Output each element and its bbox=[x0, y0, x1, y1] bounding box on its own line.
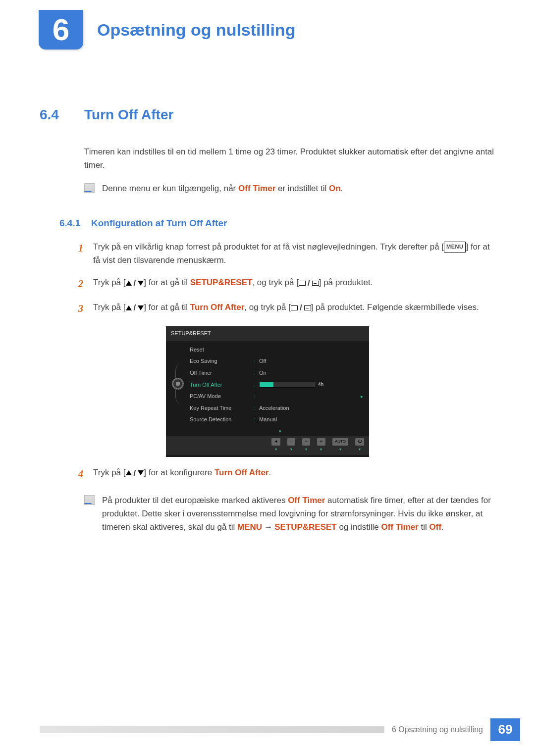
osd-row-label: Turn Off After bbox=[190, 381, 254, 390]
note-icon bbox=[84, 495, 95, 505]
osd-row: Turn Off After:4h bbox=[190, 379, 363, 391]
osd-row-value: On bbox=[259, 369, 267, 378]
footer-bar bbox=[40, 726, 384, 733]
enter-source-icon: / bbox=[291, 301, 311, 314]
note-icon bbox=[84, 183, 95, 193]
step-text: Tryk på en vilkårlig knap forrest på pro… bbox=[93, 240, 495, 267]
osd-slider-bar bbox=[259, 382, 316, 388]
osd-footer-buttons: ◄▾–▾+▾↵▾AUTO▾⏻▾ bbox=[166, 436, 369, 455]
note-text: Denne menu er kun tilgængelig, når Off T… bbox=[102, 182, 343, 195]
osd-caret-icon: ▸ bbox=[361, 393, 363, 401]
osd-footer-button: ⏻▾ bbox=[355, 438, 364, 453]
step-1: 1 Tryk på en vilkårlig knap forrest på p… bbox=[78, 240, 495, 267]
note-text: På produkter til det europæiske marked a… bbox=[102, 494, 495, 534]
osd-row-value: Acceleration bbox=[259, 404, 289, 413]
osd-row-label: Off Timer bbox=[190, 369, 254, 378]
note-eu-regulation: På produkter til det europæiske marked a… bbox=[84, 494, 495, 534]
page-footer: 6 Opsætning og nulstilling 69 bbox=[40, 718, 535, 741]
chapter-number-badge: 6 bbox=[39, 10, 83, 50]
section-number: 6.4 bbox=[40, 104, 84, 126]
osd-footer-button: AUTO▾ bbox=[332, 438, 348, 453]
osd-row: PC/AV Mode:▸ bbox=[190, 391, 363, 403]
step-number: 3 bbox=[78, 301, 93, 316]
osd-row: Off Timer:On bbox=[190, 367, 363, 379]
up-down-arrows-icon: / bbox=[126, 466, 144, 480]
footer-chapter-text: 6 Opsætning og nulstilling bbox=[384, 723, 490, 736]
menu-button-label: MENU bbox=[444, 242, 466, 252]
up-down-arrows-icon: / bbox=[126, 276, 144, 290]
step-number: 4 bbox=[78, 466, 93, 482]
up-down-arrows-icon: / bbox=[126, 301, 144, 314]
osd-footer-button: ◄▾ bbox=[271, 438, 280, 453]
step-text: Tryk på [/] for at konfigurere Turn Off … bbox=[93, 466, 271, 482]
osd-row-label: Key Repeat Time bbox=[190, 404, 254, 413]
osd-screenshot: SETUP&RESET ResetEco Saving:OffOff Timer… bbox=[166, 326, 369, 457]
osd-row-label: Eco Saving bbox=[190, 357, 254, 366]
step-2: 2 Tryk på [/] for at gå til SETUP&RESET,… bbox=[78, 276, 495, 292]
osd-footer-button: –▾ bbox=[287, 438, 295, 453]
enter-source-icon: / bbox=[299, 276, 319, 290]
gear-icon bbox=[172, 378, 184, 390]
subsection-title: Konfiguration af Turn Off After bbox=[91, 216, 227, 231]
osd-row-label: Source Detection bbox=[190, 415, 254, 424]
section-title: Turn Off After bbox=[84, 104, 173, 126]
osd-row: Source Detection:Manual bbox=[190, 414, 363, 426]
osd-title: SETUP&RESET bbox=[166, 326, 369, 341]
page-number: 69 bbox=[490, 718, 520, 741]
osd-menu-list: ResetEco Saving:OffOff Timer:OnTurn Off … bbox=[190, 344, 369, 426]
subsection-heading: 6.4.1 Konfiguration af Turn Off After bbox=[59, 216, 535, 231]
osd-footer-button: ↵▾ bbox=[317, 438, 325, 453]
osd-row-value: Manual bbox=[259, 415, 277, 424]
step-3: 3 Tryk på [/] for at gå til Turn Off Aft… bbox=[78, 301, 495, 316]
osd-row: Key Repeat Time:Acceleration bbox=[190, 403, 363, 414]
chapter-title: Opsætning og nulstilling bbox=[97, 16, 295, 43]
step-text: Tryk på [/] for at gå til SETUP&RESET, o… bbox=[93, 276, 373, 292]
osd-footer-button: +▾ bbox=[302, 438, 310, 453]
osd-row-label: PC/AV Mode bbox=[190, 392, 254, 401]
osd-sidebar bbox=[166, 344, 190, 426]
osd-row-value: Off bbox=[259, 357, 266, 366]
osd-row: Eco Saving:Off bbox=[190, 355, 363, 367]
step-text: Tryk på [/] for at gå til Turn Off After… bbox=[93, 301, 479, 316]
chapter-header: 6 Opsætning og nulstilling bbox=[39, 10, 535, 50]
step-4: 4 Tryk på [/] for at konfigurere Turn Of… bbox=[78, 466, 495, 482]
section-heading: 6.4 Turn Off After bbox=[40, 104, 535, 126]
subsection-number: 6.4.1 bbox=[59, 216, 91, 231]
osd-scroll-down-icon: ▾ bbox=[166, 428, 369, 435]
step-number: 2 bbox=[78, 276, 93, 292]
section-intro: Timeren kan indstilles til en tid mellem… bbox=[84, 145, 495, 172]
osd-row-label: Reset bbox=[190, 346, 254, 354]
step-number: 1 bbox=[78, 240, 93, 267]
note-availability: Denne menu er kun tilgængelig, når Off T… bbox=[84, 182, 495, 195]
osd-row: Reset bbox=[190, 344, 363, 356]
osd-slider-value: 4h bbox=[318, 381, 323, 389]
